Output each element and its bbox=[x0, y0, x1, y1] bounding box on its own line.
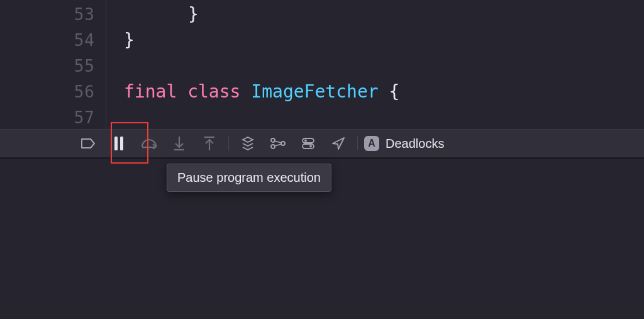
debug-toolbar: A Deadlocks bbox=[0, 129, 644, 158]
svg-line-11 bbox=[275, 144, 281, 146]
svg-point-13 bbox=[304, 140, 307, 142]
step-over-icon bbox=[140, 136, 158, 151]
pause-icon bbox=[113, 135, 125, 152]
svg-rect-2 bbox=[142, 147, 156, 148]
code-line: 55 bbox=[106, 53, 399, 79]
svg-point-15 bbox=[309, 145, 312, 148]
toggle-breakpoints-button[interactable] bbox=[74, 130, 104, 157]
debug-process-selector[interactable]: A Deadlocks bbox=[364, 136, 444, 151]
step-out-icon bbox=[203, 135, 216, 152]
tooltip-text: Pause program execution bbox=[177, 171, 321, 184]
line-number: 53 bbox=[0, 5, 106, 24]
step-into-icon bbox=[172, 135, 186, 152]
tooltip: Pause program execution bbox=[167, 164, 331, 192]
step-over-button[interactable] bbox=[134, 130, 164, 157]
code-line: 54 } bbox=[106, 27, 399, 53]
toggles-icon bbox=[301, 137, 315, 150]
line-number: 54 bbox=[0, 31, 106, 50]
svg-line-10 bbox=[275, 141, 281, 143]
svg-rect-12 bbox=[303, 138, 314, 143]
app-store-icon: A bbox=[364, 136, 379, 151]
step-out-button[interactable] bbox=[194, 130, 225, 157]
svg-rect-1 bbox=[120, 137, 123, 150]
code-editor[interactable]: 53 } 54 } 55 56 final class ImageFetcher… bbox=[0, 0, 644, 129]
svg-rect-0 bbox=[114, 137, 118, 150]
svg-point-9 bbox=[281, 142, 285, 145]
environment-overrides-button[interactable] bbox=[293, 130, 323, 157]
layers-icon bbox=[240, 136, 255, 151]
process-name: Deadlocks bbox=[386, 137, 444, 151]
svg-rect-14 bbox=[303, 144, 314, 148]
separator bbox=[228, 137, 229, 150]
svg-point-8 bbox=[271, 145, 275, 148]
line-number: 57 bbox=[0, 108, 106, 127]
code-line: 53 } bbox=[106, 1, 399, 27]
debug-memory-graph-button[interactable] bbox=[263, 130, 293, 157]
line-number: 55 bbox=[0, 57, 106, 76]
pause-button[interactable] bbox=[104, 130, 134, 157]
breakpoint-tag-icon bbox=[80, 137, 97, 150]
simulate-location-button[interactable] bbox=[323, 130, 353, 157]
memory-graph-icon bbox=[270, 137, 286, 150]
code-line: 56 final class ImageFetcher { bbox=[106, 79, 399, 104]
separator bbox=[357, 137, 358, 150]
location-arrow-icon bbox=[331, 136, 346, 151]
code-line: 57 bbox=[106, 104, 399, 130]
svg-point-7 bbox=[271, 138, 275, 142]
debug-view-hierarchy-button[interactable] bbox=[233, 130, 263, 157]
step-into-button[interactable] bbox=[164, 130, 194, 157]
line-number: 56 bbox=[0, 82, 106, 101]
